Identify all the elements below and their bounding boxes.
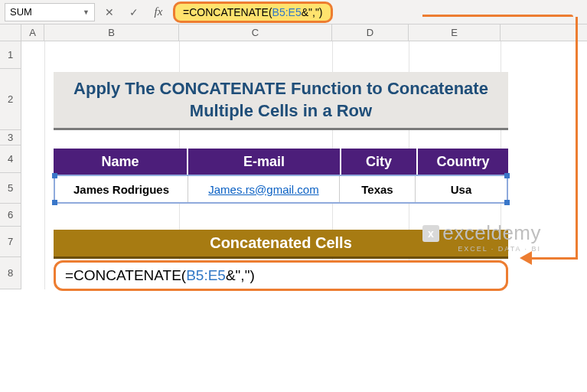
column-headers: A B C D E bbox=[0, 24, 587, 41]
table-header-row: Name E-mail City Country bbox=[54, 149, 508, 175]
name-box-value: SUM bbox=[10, 6, 32, 18]
cell-name[interactable]: James Rodrigues bbox=[55, 176, 188, 202]
formula-input[interactable]: =CONCATENATE(B5:E5&",") bbox=[173, 3, 582, 21]
callout-line bbox=[529, 257, 578, 260]
callout-line bbox=[422, 15, 573, 17]
col-header-c[interactable]: C bbox=[179, 24, 332, 41]
table-row[interactable]: James Rodrigues James.rs@gmail.com Texas… bbox=[54, 175, 508, 204]
cells-area[interactable]: Apply The CONCATENATE Function to Concat… bbox=[21, 41, 587, 289]
row-header-6[interactable]: 6 bbox=[0, 204, 21, 227]
row-header-3[interactable]: 3 bbox=[0, 130, 21, 145]
row-header-5[interactable]: 5 bbox=[0, 173, 21, 204]
selection-handle[interactable] bbox=[504, 200, 510, 205]
th-email: E-mail bbox=[188, 149, 341, 175]
arrow-icon bbox=[520, 251, 532, 265]
cell-email[interactable]: James.rs@gmail.com bbox=[188, 176, 340, 202]
excel-icon: x bbox=[422, 225, 439, 242]
formula-suffix: &",") bbox=[302, 6, 323, 18]
formula-highlight: =CONCATENATE(B5:E5&",") bbox=[173, 2, 333, 23]
cell-city[interactable]: Texas bbox=[340, 176, 416, 202]
email-link[interactable]: James.rs@gmail.com bbox=[208, 183, 318, 196]
selection-handle[interactable] bbox=[52, 200, 57, 205]
row-headers: 1 2 3 4 5 6 7 8 bbox=[0, 41, 21, 289]
cell-formula-prefix: =CONCATENATE( bbox=[65, 267, 186, 284]
col-header-e[interactable]: E bbox=[409, 24, 501, 41]
cell-formula-suffix: &",") bbox=[226, 267, 255, 284]
row-header-8[interactable]: 8 bbox=[0, 257, 21, 289]
th-country: Country bbox=[418, 149, 508, 175]
formula-prefix: =CONCATENATE( bbox=[183, 6, 272, 18]
th-city: City bbox=[341, 149, 418, 175]
active-formula-cell[interactable]: =CONCATENATE(B5:E5&",") bbox=[54, 260, 508, 291]
row-header-4[interactable]: 4 bbox=[0, 145, 21, 173]
name-box[interactable]: SUM ▼ bbox=[5, 3, 95, 21]
enter-icon[interactable]: ✓ bbox=[124, 3, 144, 21]
page-title: Apply The CONCATENATE Function to Concat… bbox=[54, 72, 508, 130]
chevron-down-icon[interactable]: ▼ bbox=[83, 8, 90, 16]
row-header-1[interactable]: 1 bbox=[0, 41, 21, 69]
fx-icon[interactable]: fx bbox=[148, 3, 168, 21]
selection-handle[interactable] bbox=[504, 173, 510, 178]
row-header-2[interactable]: 2 bbox=[0, 69, 21, 130]
formula-ref: B5:E5 bbox=[272, 6, 302, 18]
col-header-d[interactable]: D bbox=[332, 24, 409, 41]
watermark-brand: exceldemy bbox=[442, 221, 541, 245]
watermark: x exceldemy EXCEL · DATA · BI bbox=[422, 221, 541, 253]
spreadsheet: A B C D E 1 2 3 4 5 6 7 8 Apply The CONC… bbox=[0, 24, 587, 289]
formula-bar: SUM ▼ ✕ ✓ fx =CONCATENATE(B5:E5&",") bbox=[0, 0, 587, 24]
selection-handle[interactable] bbox=[52, 173, 57, 178]
col-header-a[interactable]: A bbox=[21, 24, 44, 41]
row-header-7[interactable]: 7 bbox=[0, 227, 21, 257]
col-header-b[interactable]: B bbox=[44, 24, 179, 41]
cell-formula-ref: B5:E5 bbox=[186, 267, 226, 284]
select-all-corner[interactable] bbox=[0, 24, 21, 41]
cell-country[interactable]: Usa bbox=[416, 176, 507, 202]
cancel-icon[interactable]: ✕ bbox=[99, 3, 119, 21]
th-name: Name bbox=[54, 149, 188, 175]
callout-line bbox=[576, 17, 578, 259]
